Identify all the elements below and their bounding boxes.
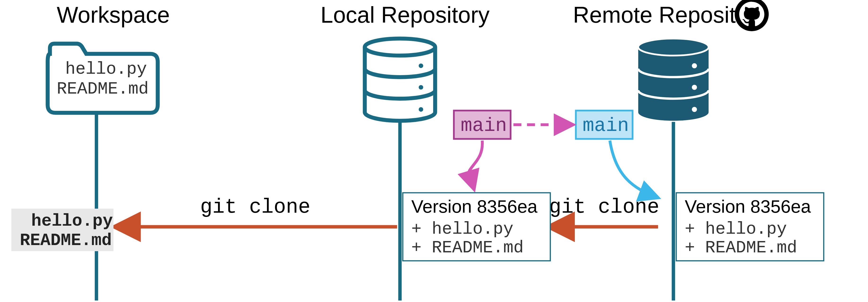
svg-point-7: [692, 85, 697, 90]
workspace-result-file-2: README.md: [20, 231, 112, 250]
workspace-result-box: hello.py README.md: [11, 209, 114, 251]
remote-repo-db-icon: [638, 38, 709, 121]
remote-commit-title: Version 8356ea: [685, 196, 811, 216]
local-commit-title: Version 8356ea: [411, 196, 538, 216]
local-branch-label: main: [461, 115, 507, 137]
workspace-file-1: hello.py: [65, 60, 147, 79]
clone-command-1: git clone: [200, 196, 310, 219]
local-commit-line-1: + hello.py: [411, 220, 514, 239]
local-commit-box: Version 8356ea + hello.py + README.md: [403, 193, 551, 261]
remote-main-points-to-commit-arrow: [610, 141, 657, 197]
workspace-title: Workspace: [57, 2, 170, 27]
remote-commit-line-1: + hello.py: [685, 220, 787, 239]
remote-branch-label: main: [583, 115, 629, 137]
svg-point-4: [419, 107, 423, 111]
svg-point-5: [638, 38, 709, 56]
local-main-points-to-commit-arrow: [468, 141, 483, 188]
remote-branch-tag: main: [576, 110, 632, 139]
remote-commit-box: Version 8356ea + hello.py + README.md: [676, 193, 824, 261]
local-repo-title: Local Repository: [321, 2, 490, 27]
local-repo-db-icon: [365, 38, 435, 121]
local-commit-line-2: + README.md: [411, 238, 524, 258]
local-branch-tag: main: [454, 110, 510, 139]
clone-command-2: git clone: [549, 196, 659, 219]
svg-point-3: [419, 85, 423, 90]
svg-point-6: [692, 63, 697, 69]
svg-point-8: [692, 107, 697, 112]
workspace-file-2: README.md: [57, 79, 149, 99]
workspace-result-file-1: hello.py: [31, 211, 113, 231]
remote-commit-line-2: + README.md: [685, 238, 797, 258]
git-clone-diagram: Workspace Local Repository Remote Reposi…: [0, 0, 868, 302]
svg-point-1: [365, 38, 435, 56]
svg-point-2: [419, 64, 423, 68]
